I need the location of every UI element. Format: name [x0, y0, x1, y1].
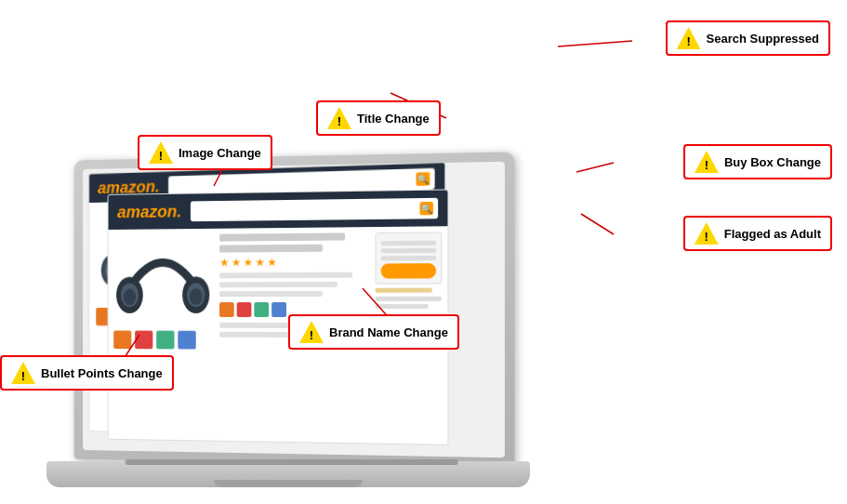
- label-image-change: Image Change: [138, 135, 272, 170]
- image-change-text: Image Change: [179, 146, 261, 160]
- warning-triangle-adult: [695, 222, 719, 245]
- amazon-header-front: amazon. 🔍: [109, 190, 448, 230]
- svg-point-18: [190, 288, 203, 305]
- ftext-2: [219, 282, 337, 287]
- star-3: ★: [244, 256, 254, 269]
- warning-triangle-search: [677, 27, 701, 49]
- svg-line-4: [581, 214, 614, 234]
- laptop-screen-outer: amazon. 🔍: [74, 152, 515, 467]
- laptop-screen-inner: amazon. 🔍: [83, 162, 505, 458]
- svg-point-17: [124, 288, 136, 305]
- thumbnail-row-front: [113, 330, 212, 349]
- sidebar-line-4: [376, 297, 443, 301]
- warning-triangle-brand: [299, 321, 324, 343]
- label-brand-name-change: Brand Name Change: [288, 314, 459, 350]
- fswatch-1: [219, 302, 234, 317]
- fswatch-4: [271, 302, 286, 317]
- fswatch-2: [237, 302, 252, 317]
- fswatch-3: [254, 302, 269, 317]
- label-flagged-adult: Flagged as Adult: [683, 216, 832, 251]
- fthumb-1: [113, 330, 131, 349]
- fthumb-3: [156, 331, 174, 350]
- sidebar-line-5: [376, 304, 429, 309]
- warning-triangle-image: [149, 141, 173, 164]
- product-image-front: [113, 234, 212, 350]
- flagged-adult-text: Flagged as Adult: [724, 227, 821, 241]
- scene: amazon. 🔍: [0, 0, 847, 504]
- laptop-base: [46, 461, 530, 487]
- star-2: ★: [232, 256, 242, 269]
- sidebar-line-2: [381, 248, 436, 254]
- stars-row: ★ ★ ★ ★ ★: [219, 255, 367, 269]
- ftext-3: [219, 291, 323, 297]
- brand-name-change-text: Brand Name Change: [329, 325, 448, 339]
- sidebar-gold-bar: [376, 288, 432, 293]
- star-1: ★: [219, 256, 230, 269]
- sidebar-box: [376, 232, 443, 284]
- warning-triangle-buybox: [695, 151, 719, 173]
- search-suppressed-text: Search Suppressed: [707, 32, 819, 46]
- star-5: ★: [267, 256, 277, 269]
- ftitle-bar-1: [219, 232, 345, 241]
- sidebar-line-1: [381, 241, 436, 246]
- svg-line-3: [576, 163, 614, 172]
- warning-triangle-bullets: [11, 362, 35, 384]
- search-icon-front: 🔍: [420, 202, 433, 215]
- headphone-front-svg: [113, 234, 212, 322]
- amazon-logo-front: amazon.: [117, 202, 181, 221]
- title-change-text: Title Change: [357, 112, 430, 126]
- label-buy-box-change: Buy Box Change: [683, 144, 832, 179]
- search-icon-back: 🔍: [416, 172, 430, 186]
- star-4: ★: [255, 256, 265, 269]
- fthumb-4: [178, 331, 195, 350]
- fthumb-2: [135, 331, 152, 350]
- warning-triangle-title: [327, 107, 351, 129]
- label-search-suppressed: Search Suppressed: [666, 20, 830, 56]
- laptop-hinge: [126, 459, 458, 465]
- bullet-points-change-text: Bullet Points Change: [41, 366, 163, 380]
- svg-line-0: [558, 41, 632, 46]
- ftitle-bar-2: [219, 245, 323, 253]
- label-title-change: Title Change: [316, 100, 441, 136]
- sidebar-line-3: [381, 256, 436, 260]
- buy-box-change-text: Buy Box Change: [724, 155, 821, 169]
- search-bar-front: 🔍: [191, 198, 438, 221]
- label-bullet-points-change: Bullet Points Change: [0, 355, 174, 391]
- add-to-cart: [381, 263, 436, 279]
- ftext-1: [219, 272, 352, 279]
